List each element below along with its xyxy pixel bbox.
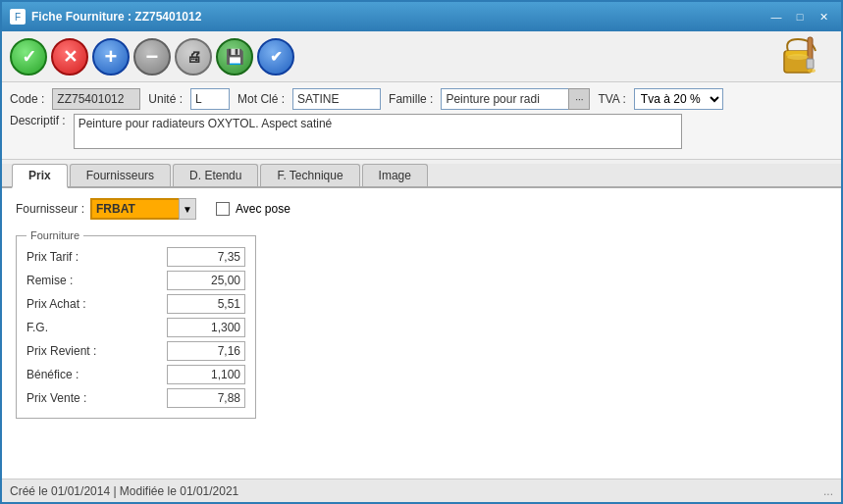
svg-rect-3 — [807, 59, 814, 69]
print-button[interactable]: 🖨 — [175, 38, 212, 76]
prix-revient-label: Prix Revient : — [26, 344, 96, 358]
title-bar: F Fiche Fourniture : ZZ75401012 — □ ✕ — [2, 2, 841, 31]
fournisseur-input[interactable] — [90, 198, 179, 220]
status-dots: ... — [823, 484, 833, 498]
prix-achat-label: Prix Achat : — [26, 297, 86, 311]
fournisseur-row: Fournisseur : ▼ Avec pose — [16, 198, 827, 220]
tab-detendu[interactable]: D. Etendu — [173, 164, 258, 186]
fournisseur-dropdown: ▼ — [90, 198, 196, 220]
famille-container: ··· — [441, 88, 590, 110]
cancel-button[interactable]: ✕ — [51, 38, 88, 76]
avec-pose-label: Avec pose — [236, 202, 290, 216]
famille-input[interactable] — [441, 88, 568, 110]
fg-input[interactable] — [167, 318, 245, 337]
tabs-bar: Prix Fournisseurs D. Etendu F. Technique… — [2, 164, 841, 188]
window-controls: — □ ✕ — [766, 8, 833, 25]
avec-pose-container: Avec pose — [216, 202, 290, 216]
form-area: Code : Unité : Mot Clé : Famille : ··· T… — [2, 82, 841, 160]
prix-achat-input[interactable] — [167, 294, 245, 314]
fournisseur-label: Fournisseur : — [16, 202, 84, 216]
svg-point-4 — [808, 69, 816, 73]
minimize-button[interactable]: — — [766, 8, 786, 25]
unite-label: Unité : — [148, 92, 183, 106]
prix-tarif-label: Prix Tarif : — [26, 250, 79, 264]
price-row-fg: F.G. — [26, 318, 245, 337]
status-text: Créé le 01/01/2014 | Modifiée le 01/01/2… — [10, 484, 238, 498]
fourniture-fieldset: Fourniture Prix Tarif : Remise : Prix Ac… — [16, 229, 256, 419]
motcle-label: Mot Clé : — [237, 92, 285, 106]
code-label: Code : — [10, 92, 44, 106]
price-row-achat: Prix Achat : — [26, 294, 245, 314]
tab-prix[interactable]: Prix — [12, 164, 68, 188]
toolbar: ✓ ✕ + − 🖨 💾 ✔ — [2, 31, 841, 82]
remise-label: Remise : — [26, 274, 73, 287]
benefice-input[interactable] — [167, 365, 245, 384]
famille-label: Famille : — [389, 92, 433, 106]
tva-select[interactable]: Tva à 20 % Tva à 10 % Tva à 5,5 % Non so… — [634, 88, 723, 110]
fg-label: F.G. — [26, 321, 48, 334]
benefice-label: Bénéfice : — [26, 368, 79, 381]
prix-tarif-input[interactable] — [167, 247, 245, 267]
save-button[interactable]: 💾 — [216, 38, 253, 76]
fourniture-legend: Fourniture — [26, 229, 83, 241]
validate-button[interactable]: ✔ — [257, 38, 294, 76]
prix-vente-input[interactable] — [167, 388, 245, 408]
tab-fournisseurs[interactable]: Fournisseurs — [70, 164, 171, 186]
fournisseur-arrow-button[interactable]: ▼ — [179, 198, 196, 220]
maximize-button[interactable]: □ — [790, 8, 810, 25]
prix-vente-label: Prix Vente : — [26, 391, 86, 405]
price-row-vente: Prix Vente : — [26, 388, 245, 408]
price-row-benefice: Bénéfice : — [26, 365, 245, 384]
window-title: Fiche Fourniture : ZZ75401012 — [31, 10, 201, 24]
famille-button[interactable]: ··· — [568, 88, 590, 110]
product-icon — [770, 25, 833, 88]
tva-label: TVA : — [598, 92, 625, 106]
app-icon: F — [10, 9, 26, 25]
avec-pose-checkbox[interactable] — [216, 202, 230, 216]
tab-image[interactable]: Image — [362, 164, 428, 186]
descriptif-input[interactable]: Peinture pour radiateurs OXYTOL. Aspect … — [74, 114, 682, 149]
descriptif-label: Descriptif : — [10, 114, 66, 127]
code-input[interactable] — [52, 88, 140, 110]
confirm-button[interactable]: ✓ — [10, 38, 47, 76]
unite-input[interactable] — [190, 88, 230, 110]
motcle-input[interactable] — [292, 88, 381, 110]
remise-input[interactable] — [167, 271, 245, 290]
status-bar: Créé le 01/01/2014 | Modifiée le 01/01/2… — [2, 479, 841, 502]
add-button[interactable]: + — [92, 38, 130, 76]
svg-point-5 — [787, 54, 809, 60]
prix-revient-input[interactable] — [167, 341, 245, 361]
close-button[interactable]: ✕ — [814, 8, 833, 25]
main-content: Fournisseur : ▼ Avec pose Fourniture Pri… — [2, 188, 841, 502]
price-row-revient: Prix Revient : — [26, 341, 245, 361]
tab-ftechnique[interactable]: F. Technique — [260, 164, 359, 186]
price-row-remise: Remise : — [26, 271, 245, 290]
price-row-tarif: Prix Tarif : — [26, 247, 245, 267]
remove-button[interactable]: − — [133, 38, 171, 76]
